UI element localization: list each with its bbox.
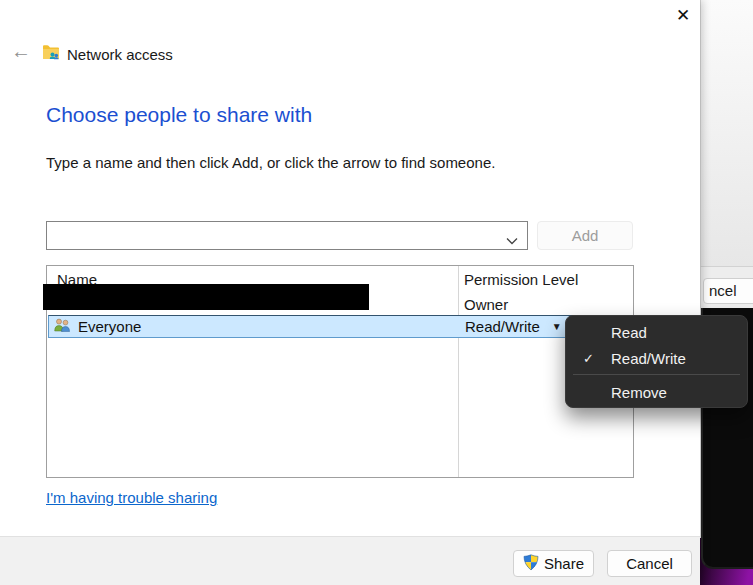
share-button-label: Share [544,555,584,572]
menu-item-read-write-label: Read/Write [611,350,686,367]
page-title: Choose people to share with [46,103,312,127]
permission-value: Read/Write [465,318,540,335]
cancel-button[interactable]: Cancel [607,550,692,577]
trouble-sharing-link[interactable]: I'm having trouble sharing [46,489,217,506]
people-icon [54,318,71,336]
row-name-label: Everyone [78,318,141,335]
dialog-footer: Share Cancel [0,536,700,585]
column-divider [458,266,459,477]
screen: ncel ✕ ← Network access Choose people to… [0,0,753,585]
column-header-permission[interactable]: Permission Level [464,271,578,288]
add-button[interactable]: Add [537,221,633,250]
cancel-button-label: Cancel [626,555,673,572]
table-row-redacted-name[interactable] [43,284,369,310]
menu-item-read[interactable]: Read [566,319,747,345]
back-icon[interactable]: ← [9,40,33,64]
check-icon: ✓ [566,351,611,366]
people-table: Name Permission Level Owner Everyone Re [46,265,634,478]
menu-item-remove-label: Remove [611,384,667,401]
chevron-down-icon[interactable] [506,231,518,249]
background-window-body [700,0,753,266]
people-combobox[interactable] [46,221,528,250]
menu-separator [573,374,740,375]
table-row-everyone[interactable]: Everyone Read/Write ▼ [48,315,633,338]
permission-dropdown[interactable]: Read/Write ▼ [465,316,562,337]
background-cancel-button[interactable]: ncel [703,278,753,304]
window-title: Network access [67,46,173,63]
share-button[interactable]: Share [513,550,594,577]
owner-permission-cell: Owner [464,296,508,313]
menu-item-read-label: Read [611,324,647,341]
network-access-dialog: ✕ ← Network access Choose people to shar… [0,0,700,585]
menu-item-remove[interactable]: Remove [566,379,747,405]
permission-context-menu: Read ✓ Read/Write Remove [565,315,748,408]
menu-item-read-write[interactable]: ✓ Read/Write [566,345,747,371]
shared-folder-icon [42,44,61,64]
uac-shield-icon [523,554,539,574]
dropdown-arrow-icon: ▼ [552,321,562,332]
people-name-input[interactable] [51,225,496,246]
instruction-text: Type a name and then click Add, or click… [46,154,495,171]
close-icon[interactable]: ✕ [668,2,698,28]
